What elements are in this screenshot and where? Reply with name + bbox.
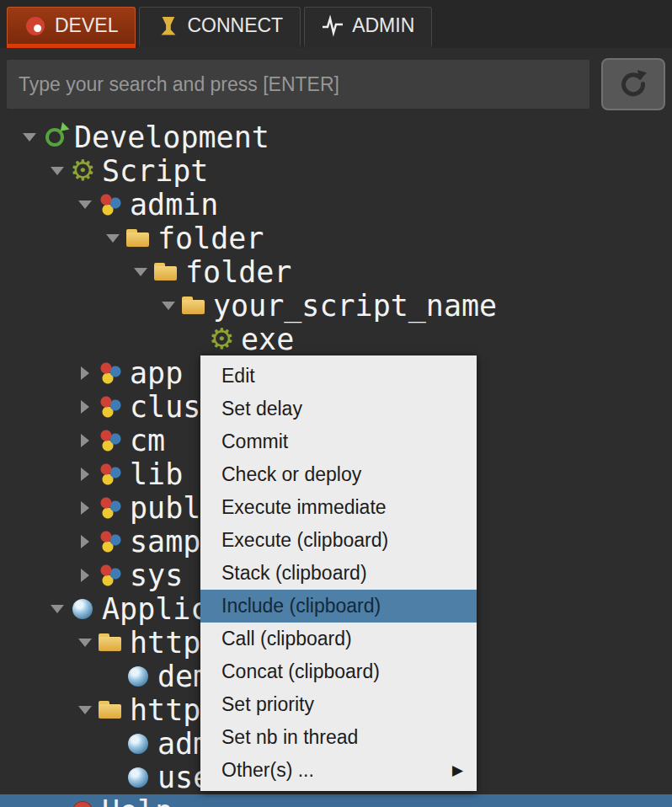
tree-item-admin[interactable]: admin [0, 188, 672, 222]
tree-item-development[interactable]: Development [0, 120, 672, 154]
menu-item-label: Check or deploy [221, 463, 361, 486]
menu-item-execute-immediate[interactable]: Execute immediate [200, 491, 477, 524]
menu-item-label: Concat (clipboard) [221, 660, 380, 683]
package-icon [98, 529, 123, 554]
connect-icon [157, 15, 179, 37]
tree-item-label: Development [74, 120, 269, 154]
search-bar [7, 58, 665, 110]
tab-bar: DEVEL CONNECT ADMIN [0, 0, 672, 48]
context-menu: Edit Set delay Commit Check or deploy Ex… [200, 355, 477, 791]
menu-item-label: Other(s) ... [221, 759, 314, 782]
package-icon [98, 563, 123, 588]
expander-closed-icon[interactable] [72, 400, 98, 414]
tree-item-label: folder [157, 222, 264, 255]
tree-item-label: folder [185, 255, 291, 289]
tab-admin[interactable]: ADMIN [304, 7, 432, 48]
menu-item-set-delay[interactable]: Set delay [200, 393, 477, 425]
globe-icon [125, 765, 151, 790]
menu-item-check-or-deploy[interactable]: Check or deploy [200, 458, 477, 491]
menu-item-edit[interactable]: Edit [200, 360, 477, 393]
menu-item-set-priority[interactable]: Set priority [200, 688, 477, 721]
menu-item-label: Include (clipboard) [221, 595, 381, 617]
globe-icon [70, 596, 95, 622]
menu-item-label: Set delay [221, 398, 302, 420]
package-icon [98, 495, 123, 521]
globe-icon [125, 664, 151, 689]
admin-pulse-icon [322, 15, 344, 37]
tree-item-label: lib [130, 457, 183, 491]
expander-closed-icon[interactable] [72, 366, 98, 380]
tree-item-label: exe [241, 323, 294, 356]
refresh-button[interactable] [601, 58, 665, 110]
menu-item-label: Execute immediate [221, 496, 387, 519]
tree-item-label: Script [102, 154, 208, 188]
menu-item-stack-clipboard[interactable]: Stack (clipboard) [200, 557, 477, 590]
tab-connect-label: CONNECT [187, 14, 283, 37]
help-icon [70, 799, 95, 807]
folder-icon [153, 259, 179, 285]
expander-closed-icon[interactable] [72, 434, 98, 447]
tree-item-label: cm [130, 424, 165, 457]
expander-open-icon[interactable] [72, 639, 98, 647]
tab-devel[interactable]: DEVEL [7, 7, 136, 48]
menu-item-others[interactable]: Other(s) ...▶ [200, 754, 477, 787]
menu-item-label: Edit [221, 365, 255, 387]
expander-open-icon[interactable] [72, 706, 98, 714]
devel-pie-icon [24, 15, 46, 37]
expander-open-icon[interactable] [128, 268, 153, 276]
gear-icon [70, 158, 95, 184]
menu-item-concat-clipboard[interactable]: Concat (clipboard) [200, 655, 477, 688]
menu-item-include-clipboard[interactable]: Include (clipboard) [200, 590, 477, 623]
folder-icon [98, 630, 123, 655]
refresh-icon [618, 68, 648, 101]
tree-item-your-script-name[interactable]: your_script_name [0, 289, 672, 323]
tree-item-script[interactable]: Script [0, 154, 672, 188]
expander-open-icon[interactable] [156, 302, 181, 310]
menu-item-label: Set priority [221, 693, 314, 716]
tree-item-label: http [130, 693, 200, 727]
tree-item-label: http [130, 626, 200, 660]
tree-item-folder[interactable]: folder [0, 255, 672, 289]
tree-item-label: app [130, 356, 183, 390]
tree-item-label: sys [130, 558, 183, 592]
tree-item-label: your_script_name [213, 289, 497, 323]
tree-item-label: Applic [102, 592, 208, 626]
tree-item-label: samp [130, 525, 200, 558]
package-icon [98, 394, 123, 420]
expander-open-icon[interactable] [72, 200, 98, 209]
tree-item-label: publ [130, 491, 200, 525]
search-input[interactable] [7, 60, 589, 109]
expander-open-icon[interactable] [45, 605, 70, 613]
tree-item-label: Help [102, 794, 173, 807]
folder-icon [125, 226, 151, 251]
menu-item-execute-clipboard[interactable]: Execute (clipboard) [200, 524, 477, 557]
tree-item-help[interactable]: Help [0, 794, 672, 807]
sync-icon [42, 125, 67, 150]
menu-item-set-nb-in-thread[interactable]: Set nb in thread [200, 721, 477, 754]
tree-item-exe[interactable]: exe [0, 323, 672, 356]
tree-item-label: admin [130, 188, 218, 222]
submenu-arrow-icon: ▶ [452, 754, 463, 787]
tab-connect[interactable]: CONNECT [139, 7, 301, 48]
menu-item-label: Stack (clipboard) [221, 562, 367, 585]
expander-open-icon[interactable] [17, 133, 42, 142]
expander-closed-icon[interactable] [72, 501, 98, 515]
menu-item-label: Commit [221, 430, 288, 453]
menu-item-label: Set nb in thread [221, 726, 358, 749]
tree-item-folder[interactable]: folder [0, 222, 672, 255]
expander-closed-icon[interactable] [72, 569, 98, 582]
expander-open-icon[interactable] [100, 234, 125, 243]
gear-icon [209, 327, 234, 352]
expander-closed-icon[interactable] [72, 535, 98, 548]
menu-item-call-clipboard[interactable]: Call (clipboard) [200, 623, 477, 655]
package-icon [98, 361, 123, 386]
expander-open-icon[interactable] [45, 167, 70, 175]
tab-admin-label: ADMIN [352, 14, 414, 37]
menu-item-commit[interactable]: Commit [200, 425, 477, 458]
package-icon [98, 428, 123, 453]
package-icon [98, 462, 123, 487]
tree-item-label: clus [130, 390, 200, 424]
expander-closed-icon[interactable] [72, 468, 98, 481]
tab-devel-label: DEVEL [55, 14, 118, 37]
menu-item-label: Call (clipboard) [221, 628, 352, 650]
